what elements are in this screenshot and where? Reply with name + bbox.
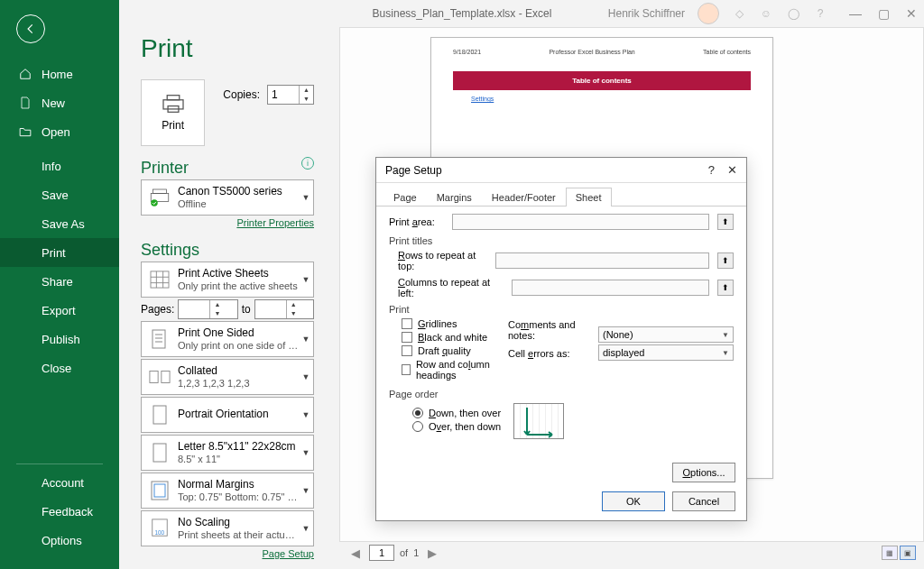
next-page-button[interactable]: ▶ [424,545,440,561]
print-what-dropdown[interactable]: Print Active SheetsOnly print the active… [141,262,314,298]
user-name: Henrik Schiffner [608,7,685,20]
margins-dropdown[interactable]: Normal MarginsTop: 0.75" Bottom: 0.75" L… [141,473,314,509]
spin-down-icon[interactable]: ▼ [300,95,313,104]
page-total: 1 [413,547,419,558]
svg-rect-11 [153,444,166,462]
dialog-title: Page Setup [385,164,442,177]
printer-name: Canon TS5000 series [178,186,299,198]
page-number-input[interactable] [369,545,394,561]
svg-rect-10 [153,406,166,424]
print-button[interactable]: Print [141,79,205,146]
sidebar-item-export[interactable]: Export [0,296,119,325]
ok-button[interactable]: OK [602,491,665,511]
minimize-icon[interactable]: — [849,6,862,21]
pages-to-input[interactable]: ▲▼ [254,299,314,319]
rows-repeat-input[interactable] [495,252,709,269]
sidebar-item-share[interactable]: Share [0,267,119,296]
chevron-down-icon: ▼ [299,193,313,202]
sidebar-item-account[interactable]: Account [0,468,119,497]
sidebar-item-publish[interactable]: Publish [0,325,119,353]
diamond-icon[interactable]: ◇ [732,6,746,21]
avatar[interactable] [698,3,719,24]
help-icon[interactable]: ? [708,163,715,177]
copies-spinner[interactable]: ▲▼ [267,85,314,105]
paper-dropdown[interactable]: Letter 8.5"x11" 22x28cm8.5" x 11" ▼ [141,435,314,471]
print-settings-column: Print Copies: ▲▼ Printer i Canon T [141,79,314,559]
cancel-button[interactable]: Cancel [672,491,735,511]
cols-repeat-input[interactable] [512,280,709,296]
sidebar-item-label: Options [42,534,82,547]
svg-rect-1 [163,100,183,109]
face-icon[interactable]: ☺ [759,6,773,21]
zoom-to-page-icon[interactable]: ▣ [900,546,916,560]
printer-dropdown[interactable]: Canon TS5000 seriesOffline ▼ [141,179,314,216]
sidebar-item-label: Info [42,160,61,173]
back-button[interactable] [16,14,45,43]
spin-up-icon[interactable]: ▲ [300,86,313,95]
sheet-icon [147,267,172,292]
sidebar-item-new[interactable]: New [0,88,119,117]
comments-dropdown[interactable]: (None)▼ [598,326,734,343]
pages-from-input[interactable]: ▲▼ [178,299,237,319]
orientation-dropdown[interactable]: Portrait Orientation ▼ [141,397,314,433]
portrait-icon [147,402,172,427]
sidebar-item-open[interactable]: Open [0,117,119,146]
range-select-icon[interactable]: ⬆ [717,214,734,230]
options-button[interactable]: Options... [672,463,735,482]
dialog-titlebar: Page Setup ? ✕ [376,158,746,183]
sidebar-item-label: Share [42,275,73,289]
row-col-head-checkbox[interactable]: Row and column headings [389,359,508,381]
svg-rect-7 [152,330,165,348]
down-over-radio[interactable]: Down, then over [400,408,501,418]
home-icon [18,67,32,81]
sidebar-item-close[interactable]: Close [0,353,119,382]
show-margins-icon[interactable]: ▦ [882,546,898,560]
close-icon[interactable]: ✕ [727,163,737,177]
new-icon [18,96,32,110]
draft-checkbox[interactable]: Draft quality [389,345,508,356]
sidebar-item-save-as[interactable]: Save As [0,209,119,238]
black-white-checkbox[interactable]: Black and white [389,332,508,343]
help-icon[interactable]: ? [813,6,827,21]
print-button-label: Print [162,119,184,132]
sides-dropdown[interactable]: Print One SidedOnly print on one side of… [141,321,314,357]
maximize-icon[interactable]: ▢ [878,6,890,21]
prev-page-button[interactable]: ◀ [347,545,364,561]
close-icon[interactable]: ✕ [906,6,917,21]
collate-dropdown[interactable]: Collated1,2,3 1,2,3 1,2,3 ▼ [141,359,314,395]
copies-input[interactable] [268,86,299,104]
comments-label: Comments and notes: [508,319,595,341]
svg-text:100: 100 [155,529,165,536]
printer-properties-link[interactable]: Printer Properties [141,217,314,228]
sidebar-item-label: Home [42,68,73,81]
to-label: to [242,303,251,316]
range-select-icon[interactable]: ⬆ [717,252,734,269]
errors-dropdown[interactable]: displayed▼ [598,344,734,361]
chevron-down-icon: ▼ [299,448,313,457]
sidebar-item-print[interactable]: Print [0,238,119,267]
errors-label: Cell errors as: [508,348,595,359]
rows-repeat-label: Rows to repeat at top: [389,250,490,271]
preview-date: 9/18/2021 [453,49,481,55]
over-down-radio[interactable]: Over, then down [400,421,501,432]
sidebar-item-home[interactable]: Home [0,60,119,88]
sidebar-item-info[interactable]: Info [0,151,119,180]
gridlines-checkbox[interactable]: Gridlines [389,318,508,329]
tab-page[interactable]: Page [383,188,427,206]
margins-icon [147,478,172,503]
account-icon[interactable]: ◯ [786,6,800,21]
tab-margins[interactable]: Margins [427,188,482,206]
sidebar-item-options[interactable]: Options [0,526,119,555]
scaling-dropdown[interactable]: 100 No ScalingPrint sheets at their actu… [141,510,314,546]
sidebar-item-save[interactable]: Save [0,180,119,209]
tab-sheet[interactable]: Sheet [566,188,612,206]
page-setup-link[interactable]: Page Setup [141,548,314,559]
printer-info-icon[interactable]: i [301,157,314,170]
sidebar-item-feedback[interactable]: Feedback [0,497,119,526]
page-setup-dialog: Page Setup ? ✕ Page Margins Header/Foote… [375,157,747,521]
range-select-icon[interactable]: ⬆ [717,280,734,296]
print-area-input[interactable] [452,214,709,230]
chevron-down-icon: ▼ [299,524,313,533]
tab-header-footer[interactable]: Header/Footer [482,188,566,206]
cols-repeat-label: Columns to repeat at left: [389,277,506,298]
